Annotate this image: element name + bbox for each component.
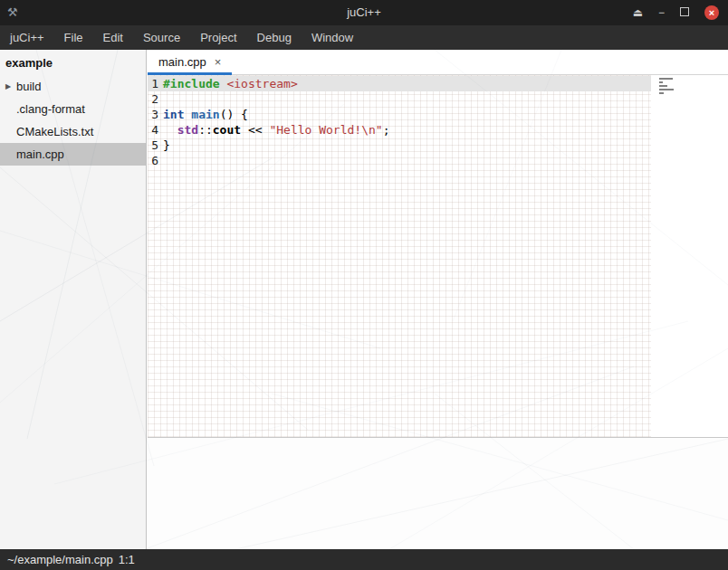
maximize-icon	[680, 7, 689, 16]
line-number: 1	[148, 76, 158, 91]
code-editor[interactable]: 1#include <iostream>23int main() {4 std:…	[148, 75, 728, 437]
titlebar: ⚒ juCi++ ⏏ − ×	[0, 0, 728, 25]
code-line-5[interactable]: 5}	[148, 138, 651, 153]
tree-item-build[interactable]: ▶build	[0, 75, 146, 98]
menu-item-debug[interactable]: Debug	[247, 25, 302, 50]
tree-item-cmakelists-txt[interactable]: CMakeLists.txt	[0, 120, 146, 143]
file-browser: example ▶build.clang-formatCMakeLists.tx…	[0, 50, 147, 549]
source-map-mark	[659, 92, 664, 94]
code-line-1[interactable]: 1#include <iostream>	[148, 76, 651, 91]
status-cursor-position: 1:1	[119, 549, 135, 570]
output-panel[interactable]	[148, 438, 728, 549]
tree-item-main-cpp[interactable]: main.cpp	[0, 143, 146, 166]
shade-button[interactable]: ⏏	[633, 7, 643, 18]
code-lines: 1#include <iostream>23int main() {4 std:…	[148, 76, 651, 168]
source-map-mark	[659, 81, 663, 83]
code-line-3[interactable]: 3int main() {	[148, 107, 651, 122]
project-name: example	[0, 50, 146, 75]
maximize-button[interactable]	[680, 7, 689, 18]
juci-window: ⚒ juCi++ ⏏ − × juCi++FileEditSourceProje…	[0, 0, 728, 570]
window-title: juCi++	[0, 0, 728, 25]
tab-main-cpp[interactable]: main.cpp×	[148, 50, 232, 74]
tree-item-clang-format[interactable]: .clang-format	[0, 98, 146, 120]
line-number: 3	[148, 107, 158, 122]
menu-item-edit[interactable]: Edit	[93, 25, 133, 50]
close-button[interactable]: ×	[704, 5, 719, 20]
line-number: 5	[148, 138, 158, 153]
menubar: juCi++FileEditSourceProjectDebugWindow	[0, 25, 728, 50]
expander-icon[interactable]: ▶	[0, 75, 16, 98]
code-text: int main() {	[163, 107, 248, 122]
file-tree: ▶build.clang-formatCMakeLists.txtmain.cp…	[0, 75, 146, 166]
code-line-4[interactable]: 4 std::cout << "Hello World!\n";	[148, 122, 651, 138]
source-map-mark	[659, 85, 667, 87]
tree-item-label: .clang-format	[16, 98, 85, 120]
menu-item-juci[interactable]: juCi++	[0, 25, 54, 50]
tabbar: main.cpp×	[148, 50, 728, 75]
tab-close-icon[interactable]: ×	[215, 55, 222, 69]
source-map-mark	[659, 89, 674, 90]
code-text: #include <iostream>	[163, 76, 298, 91]
status-file-path: ~/example/main.cpp	[7, 549, 113, 570]
menu-item-project[interactable]: Project	[190, 25, 246, 50]
minimize-button[interactable]: −	[658, 7, 665, 18]
statusbar: ~/example/main.cpp 1:1	[0, 549, 728, 570]
line-number: 6	[148, 153, 158, 168]
code-line-2[interactable]: 2	[148, 91, 651, 107]
source-map-mark	[659, 78, 673, 80]
code-text: }	[163, 138, 170, 153]
source-map[interactable]	[659, 78, 690, 96]
menu-item-source[interactable]: Source	[133, 25, 190, 50]
menu-item-file[interactable]: File	[54, 25, 93, 50]
code-line-6[interactable]: 6	[148, 153, 651, 168]
tree-item-label: main.cpp	[16, 143, 64, 166]
menu-item-window[interactable]: Window	[302, 25, 363, 50]
tree-item-label: build	[16, 75, 41, 98]
window-controls: ⏏ − ×	[633, 0, 719, 25]
tab-label: main.cpp	[158, 55, 206, 69]
tree-item-label: CMakeLists.txt	[16, 120, 93, 143]
code-text: std::cout << "Hello World!\n";	[163, 122, 389, 138]
line-number: 4	[148, 122, 158, 138]
line-number: 2	[148, 91, 158, 107]
